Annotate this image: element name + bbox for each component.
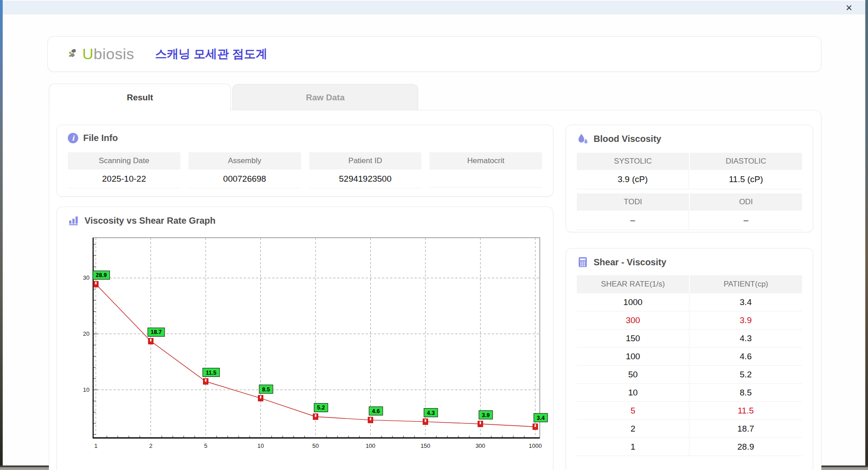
sv-cell-shear-rate: 1000 [577, 293, 689, 311]
sv-cell-shear-rate: 150 [577, 329, 689, 348]
x-tick-label: 100 [366, 442, 376, 449]
calculator-icon [577, 256, 589, 268]
file-field-value [429, 169, 542, 188]
file-field-assembly: Assembly000726698 [189, 152, 301, 188]
x-tick-label: 2 [149, 442, 152, 449]
sv-cell-patient: 18.7 [689, 420, 802, 438]
table-row: 505.2 [577, 366, 802, 384]
bv-group: SYSTOLICDIASTOLIC3.9 (cP)11.5 (cP) [577, 153, 802, 189]
sv-cell-patient: 4.3 [689, 329, 802, 348]
file-field-value: 52941923500 [309, 169, 422, 188]
table-row: 3003.9 [577, 311, 802, 329]
table-row: 108.5 [577, 384, 802, 402]
sv-cell-patient: 8.5 [689, 384, 802, 402]
window-edge-right [865, 0, 868, 470]
file-info-fields: Scanning Date2025-10-22Assembly000726698… [68, 152, 542, 188]
sv-cell-shear-rate: 10 [577, 384, 689, 402]
file-field-label: Assembly [189, 152, 301, 169]
graph-title: Viscosity vs Shear Rate Graph [85, 216, 216, 226]
bv-header-row: TODIODI [577, 193, 802, 211]
bar-chart-icon [68, 215, 80, 226]
shear-viscosity-card: Shear - Viscosity SHEAR RATE(1/s)PATIENT… [566, 248, 813, 470]
sv-cell-patient: 3.4 [689, 293, 802, 311]
sv-header-cell: PATIENT(cp) [690, 275, 802, 293]
window-titlebar: ✕ [3, 0, 865, 14]
bv-header-cell: TODI [577, 193, 689, 211]
bv-value-cell: 3.9 (cP) [577, 170, 689, 189]
sv-cell-patient: 11.5 [689, 402, 802, 420]
table-row: 1004.6 [577, 348, 802, 366]
sv-cell-shear-rate: 300 [577, 311, 689, 329]
file-field-label: Patient ID [309, 152, 422, 169]
shear-viscosity-title: Shear - Viscosity [594, 257, 666, 268]
x-tick-label: 1 [94, 442, 97, 449]
svg-text:4.6: 4.6 [372, 408, 380, 414]
x-tick-label: 1000 [529, 442, 542, 449]
close-icon[interactable]: ✕ [845, 3, 853, 13]
bv-group: TODIODI–– [577, 193, 802, 230]
sv-cell-shear-rate: 2 [577, 420, 689, 438]
svg-text:4.3: 4.3 [427, 410, 434, 416]
sv-header-row: SHEAR RATE(1/s)PATIENT(cp) [577, 275, 802, 293]
file-field-scanning-date: Scanning Date2025-10-22 [68, 152, 180, 188]
ubiosis-logo-icon [68, 48, 80, 60]
blood-viscosity-card: Blood Viscosity SYSTOLICDIASTOLIC3.9 (cP… [566, 125, 813, 232]
bv-header-cell: ODI [690, 193, 802, 211]
svg-text:5.2: 5.2 [317, 404, 325, 411]
file-field-label: Scanning Date [68, 152, 180, 169]
graph-card: Viscosity vs Shear Rate Graph 1020301251… [57, 207, 553, 470]
table-row: 511.5 [577, 402, 802, 420]
table-row: 218.7 [577, 420, 802, 438]
sv-cell-patient: 4.6 [689, 348, 802, 366]
table-row: 128.9 [577, 438, 802, 456]
info-icon: i [68, 133, 78, 143]
file-field-patient-id: Patient ID52941923500 [309, 152, 422, 188]
bv-header-cell: DIASTOLIC [690, 153, 802, 170]
bv-value-row: –– [577, 211, 802, 230]
svg-text:18.7: 18.7 [151, 329, 161, 335]
header-card: Ubiosis 스캐닝 모세관 점도계 [47, 36, 821, 72]
y-tick-label: 20 [83, 330, 90, 337]
droplets-icon [577, 133, 589, 145]
bv-header-row: SYSTOLICDIASTOLIC [577, 153, 802, 170]
svg-text:28.9: 28.9 [96, 272, 107, 278]
bv-value-cell: – [690, 211, 802, 230]
sv-cell-patient: 28.9 [689, 438, 802, 456]
logo: Ubiosis [68, 45, 134, 63]
x-tick-label: 5 [204, 442, 207, 449]
file-field-hematocrit: Hematocrit [429, 152, 542, 188]
sv-cell-patient: 3.9 [689, 311, 802, 329]
sv-cell-shear-rate: 5 [577, 402, 689, 420]
file-field-value: 2025-10-22 [68, 169, 180, 188]
x-tick-label: 50 [312, 442, 319, 449]
file-field-label: Hematocrit [429, 152, 542, 169]
sv-cell-patient: 5.2 [689, 366, 802, 384]
sv-cell-shear-rate: 1 [577, 438, 689, 456]
sv-cell-shear-rate: 50 [577, 366, 689, 384]
table-row: 1504.3 [577, 329, 802, 348]
sv-header-cell: SHEAR RATE(1/s) [577, 275, 689, 293]
file-info-card: i File Info Scanning Date2025-10-22Assem… [57, 125, 553, 197]
x-tick-label: 150 [420, 442, 430, 449]
tab-raw-data[interactable]: Raw Data [232, 84, 418, 110]
y-tick-label: 30 [83, 274, 90, 281]
svg-text:3.4: 3.4 [537, 415, 544, 421]
blood-viscosity-title: Blood Viscosity [594, 134, 661, 144]
page-title: 스캐닝 모세관 점도계 [155, 46, 267, 62]
file-field-value: 000726698 [189, 169, 301, 188]
table-row: 10003.4 [577, 293, 802, 311]
y-tick-label: 10 [83, 386, 90, 393]
logo-text: Ubiosis [82, 45, 134, 63]
svg-text:11.5: 11.5 [206, 370, 217, 376]
bv-header-cell: SYSTOLIC [577, 153, 689, 170]
blood-viscosity-table: SYSTOLICDIASTOLIC3.9 (cP)11.5 (cP)TODIOD… [577, 153, 802, 230]
viscosity-chart: 1020301251050100150300100028.918.711.58.… [70, 232, 549, 462]
sv-cell-shear-rate: 100 [577, 348, 689, 366]
tab-result[interactable]: Result [49, 84, 231, 111]
bv-value-row: 3.9 (cP)11.5 (cP) [577, 170, 802, 189]
x-tick-label: 10 [257, 442, 264, 449]
x-tick-label: 300 [476, 442, 486, 449]
bv-value-cell: 11.5 (cP) [690, 170, 802, 189]
svg-text:8.5: 8.5 [262, 386, 270, 393]
shear-viscosity-table: SHEAR RATE(1/s)PATIENT(cp)10003.43003.91… [577, 275, 802, 456]
